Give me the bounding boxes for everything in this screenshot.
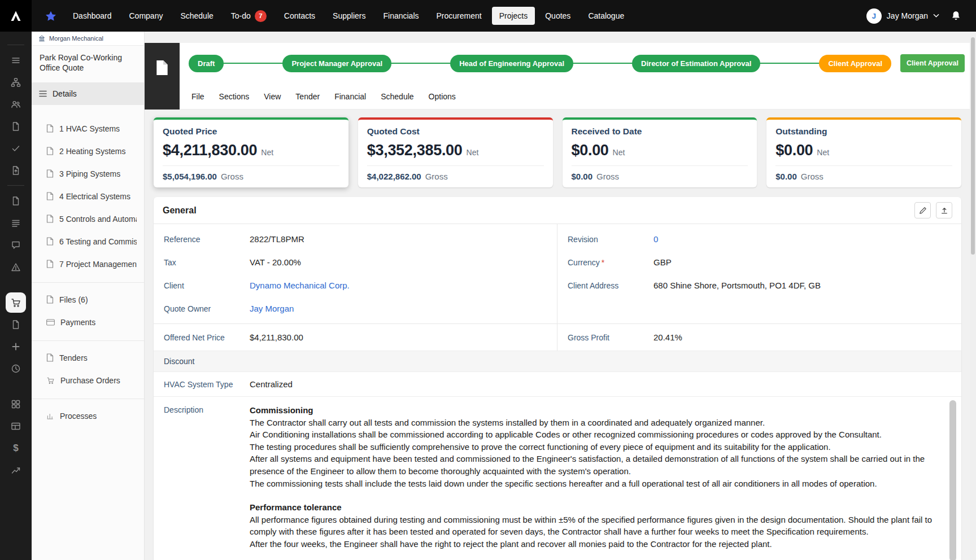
step-head-of-engineering-approval[interactable]: Head of Engineering Approval [450, 55, 573, 72]
stat-quoted-cost[interactable]: Quoted Cost $3,352,385.00 Net $4,022,862… [358, 117, 553, 187]
nav-contacts[interactable]: Contacts [277, 7, 323, 25]
field-label: Client Address [568, 281, 653, 290]
nav-quotes[interactable]: Quotes [538, 7, 578, 25]
document-tab[interactable] [145, 43, 180, 110]
sidebar-section-controls[interactable]: 5 Controls and Automation [32, 208, 144, 230]
field-label: Offered Net Price [164, 333, 250, 342]
description-text[interactable]: Commissioning The Contractor shall carry… [250, 404, 942, 560]
quote-header: Draft Project Manager Approval Head of E… [145, 43, 976, 110]
sidebar-item-processes[interactable]: Processes [32, 405, 144, 427]
required-asterisk: * [602, 258, 604, 267]
menu-tender[interactable]: Tender [288, 88, 327, 106]
page-scrollbar[interactable] [970, 32, 976, 560]
description-scrollbar[interactable] [949, 400, 956, 560]
nav-company[interactable]: Company [122, 7, 171, 25]
nav-suppliers[interactable]: Suppliers [325, 7, 373, 25]
description-line: The commissioning tests shall include th… [250, 478, 942, 490]
rail-check-icon[interactable] [0, 137, 32, 159]
sidebar-section-heating[interactable]: 2 Heating Systems [32, 140, 144, 163]
page-scrollbar-thumb[interactable] [971, 37, 975, 255]
document-icon [46, 260, 54, 268]
stat-outstanding[interactable]: Outstanding $0.00 Net $0.00Gross [766, 117, 961, 187]
rail-grid-icon[interactable] [0, 393, 32, 415]
field-value: 20.41% [653, 333, 682, 342]
nav-todo[interactable]: To-do 7 [224, 6, 274, 27]
nav-schedule[interactable]: Schedule [173, 7, 220, 25]
rail-cart-icon-selected[interactable] [0, 291, 32, 313]
rail-list-icon[interactable] [0, 49, 32, 71]
sidebar-item-purchase-orders[interactable]: Purchase Orders [32, 369, 144, 392]
sidebar-item-tenders[interactable]: Tenders [32, 347, 144, 369]
rail-chat-icon[interactable] [0, 234, 32, 256]
menu-sections[interactable]: Sections [212, 88, 257, 106]
sidebar-section-hvac[interactable]: 1 HVAC Systems [32, 117, 144, 140]
menu-file[interactable]: File [184, 88, 212, 106]
sidebar-item-details[interactable]: Details [32, 82, 144, 105]
rail-document-export-icon[interactable] [0, 159, 32, 181]
stat-net-amount: $0.00 [775, 142, 813, 159]
step-director-of-estimation-approval[interactable]: Director of Estimation Approval [632, 55, 760, 72]
nav-procurement[interactable]: Procurement [429, 7, 489, 25]
client-link[interactable]: Dynamo Mechanical Corp. [250, 281, 350, 290]
nav-projects[interactable]: Projects [492, 7, 535, 25]
favorites-star-icon[interactable] [45, 11, 56, 21]
document-icon [46, 147, 54, 155]
notifications-bell-icon[interactable] [951, 10, 961, 21]
general-fields-left: Reference 2822/TL8PMR Tax VAT - 20.00% C… [154, 224, 557, 323]
rail-dollar-icon[interactable]: $ [0, 437, 32, 459]
user-menu[interactable]: J Jay Morgan [866, 8, 939, 24]
sidebar-section-electrical[interactable]: 4 Electrical Systems [32, 185, 144, 208]
menu-financial[interactable]: Financial [327, 88, 373, 106]
stat-gross-suffix: Gross [801, 172, 823, 181]
rail-clock-icon[interactable] [0, 357, 32, 379]
rail-document-icon[interactable] [0, 115, 32, 137]
export-button[interactable] [936, 202, 952, 218]
step-draft[interactable]: Draft [189, 55, 224, 72]
field-label: Quote Owner [164, 304, 250, 313]
quote-owner-link[interactable]: Jay Morgan [250, 304, 294, 313]
sidebar-item-files[interactable]: Files (6) [32, 288, 144, 311]
sidebar-item-payments[interactable]: Payments [32, 311, 144, 334]
sidebar-section-testing[interactable]: 6 Testing and Commissioning [32, 230, 144, 253]
nav-dashboard[interactable]: Dashboard [66, 7, 119, 25]
stat-gross-suffix: Gross [596, 172, 619, 181]
stat-title: Quoted Cost [367, 126, 544, 137]
rail-alert-icon[interactable] [0, 256, 32, 278]
general-actions [914, 202, 952, 218]
stat-received-to-date[interactable]: Received to Date $0.00 Net $0.00Gross [563, 117, 757, 187]
edit-button[interactable] [914, 202, 931, 218]
step-client-approval[interactable]: Client Approval [819, 55, 891, 72]
rail-invoice-icon[interactable] [0, 313, 32, 335]
general-section: General Reference 2822/TL [154, 197, 961, 560]
revision-link[interactable]: 0 [653, 234, 658, 244]
discount-section-header[interactable]: Discount [154, 351, 961, 372]
rail-table-icon[interactable] [0, 415, 32, 437]
tender-document-icon [46, 353, 54, 362]
menu-options[interactable]: Options [421, 88, 463, 106]
breadcrumb[interactable]: Morgan Mechanical [32, 32, 144, 46]
nav-catalogue[interactable]: Catalogue [581, 7, 631, 25]
menu-view[interactable]: View [256, 88, 288, 106]
description-line: Air Conditioning installations shall be … [250, 428, 942, 441]
menu-schedule[interactable]: Schedule [373, 88, 421, 106]
description-scrollbar-thumb[interactable] [949, 400, 956, 560]
stat-net-amount: $4,211,830.00 [163, 142, 257, 159]
rail-file-icon[interactable] [0, 190, 32, 212]
rail-plus-icon[interactable] [0, 335, 32, 357]
nav-financials[interactable]: Financials [376, 7, 426, 25]
sidebar-section-project-management[interactable]: 7 Project Management [32, 253, 144, 275]
step-project-manager-approval[interactable]: Project Manager Approval [282, 55, 391, 72]
rail-sitemap-icon[interactable] [0, 71, 32, 93]
stat-quoted-price[interactable]: Quoted Price $4,211,830.00 Net $5,054,19… [154, 117, 348, 187]
sidebar-sections: 1 HVAC Systems 2 Heating Systems 3 Pipin… [32, 117, 144, 275]
field-tax: Tax VAT - 20.00% [154, 251, 557, 274]
sidebar-section-piping[interactable]: 3 Piping Systems [32, 163, 144, 185]
rail-users-icon[interactable] [0, 93, 32, 115]
client-approval-button[interactable]: Client Approval [900, 54, 965, 72]
app-logo[interactable] [0, 0, 32, 32]
stat-gross-suffix: Gross [221, 172, 243, 181]
description-line: All performance figures obtained during … [250, 514, 942, 538]
stat-cards: Quoted Price $4,211,830.00 Net $5,054,19… [154, 117, 961, 187]
rail-trend-icon[interactable] [0, 459, 32, 481]
rail-rows-icon[interactable] [0, 212, 32, 234]
